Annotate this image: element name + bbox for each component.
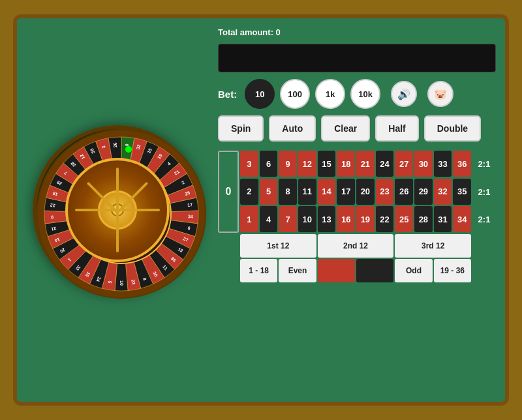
cell-10[interactable]: 10 — [298, 206, 316, 232]
number-row-1: 258111417202326293235 — [240, 179, 471, 205]
betting-table: 0 36912151821242730333625811141720232629… — [218, 151, 496, 282]
cell-20[interactable]: 20 — [356, 179, 375, 205]
dozen-1st[interactable]: 1st 12 — [240, 234, 316, 258]
balance-bar — [218, 44, 496, 72]
wheel-inner — [65, 158, 170, 262]
cell-25[interactable]: 25 — [395, 206, 413, 232]
cell-7[interactable]: 7 — [279, 206, 297, 232]
outside-row: 1 - 18 Even Odd 19 - 36 — [218, 259, 496, 282]
sound-button[interactable]: 🔊 — [391, 81, 417, 107]
left-panel — [26, 27, 209, 393]
main-container: Total amount: 0 Bet: 10 100 1k 10k 🔊 🐷 S… — [13, 14, 509, 406]
half-button[interactable]: Half — [375, 115, 418, 142]
cell-35[interactable]: 35 — [453, 179, 471, 205]
cell-36[interactable]: 36 — [453, 151, 471, 177]
auto-button[interactable]: Auto — [269, 115, 316, 142]
ratio-row1[interactable]: 2:1 — [472, 151, 496, 177]
cell-27[interactable]: 27 — [395, 151, 413, 177]
cell-29[interactable]: 29 — [414, 179, 433, 205]
bet-chip-1k[interactable]: 1k — [315, 79, 345, 109]
cell-2[interactable]: 2 — [240, 179, 258, 205]
dozen-2nd[interactable]: 2nd 12 — [318, 234, 394, 258]
ratio-row3[interactable]: 2:1 — [472, 206, 496, 233]
cell-8[interactable]: 8 — [279, 179, 297, 205]
outside-even[interactable]: Even — [279, 259, 316, 282]
cell-19[interactable]: 19 — [356, 206, 375, 232]
cell-1[interactable]: 1 — [240, 206, 258, 232]
zero-cell[interactable]: 0 — [218, 151, 239, 233]
cell-17[interactable]: 17 — [337, 179, 355, 205]
cell-34[interactable]: 34 — [453, 206, 471, 232]
ball-indicator — [125, 146, 132, 153]
number-row-2: 147101316192225283134 — [240, 206, 471, 233]
spin-button[interactable]: Spin — [218, 115, 264, 142]
cell-18[interactable]: 18 — [337, 151, 355, 177]
cell-14[interactable]: 14 — [318, 179, 336, 205]
roulette-wheel[interactable] — [33, 125, 202, 295]
cell-12[interactable]: 12 — [298, 151, 316, 177]
outside-red[interactable] — [318, 259, 355, 282]
dozens-spacer-left — [218, 234, 239, 258]
cell-5[interactable]: 5 — [260, 179, 278, 205]
table-main-area: 0 36912151821242730333625811141720232629… — [218, 151, 496, 233]
total-label: Total amount: 0 — [218, 27, 496, 37]
cell-3[interactable]: 3 — [240, 151, 258, 177]
bet-row: Bet: 10 100 1k 10k 🔊 🐷 — [218, 79, 496, 109]
cell-23[interactable]: 23 — [376, 179, 394, 205]
outside-black[interactable] — [356, 259, 393, 282]
cell-9[interactable]: 9 — [279, 151, 297, 177]
outside-1-18[interactable]: 1 - 18 — [240, 259, 277, 282]
action-row: Spin Auto Clear Half Double — [218, 115, 496, 142]
number-row-0: 369121518212427303336 — [240, 151, 471, 177]
outside-19-36[interactable]: 19 - 36 — [434, 259, 471, 282]
cell-4[interactable]: 4 — [260, 206, 278, 232]
clear-button[interactable]: Clear — [321, 115, 370, 142]
cell-31[interactable]: 31 — [434, 206, 452, 232]
bet-label: Bet: — [218, 89, 237, 100]
dozens-spacer-right — [472, 234, 496, 258]
dozens-row: 1st 12 2nd 12 3rd 12 — [218, 234, 496, 258]
outside-spacer-right — [472, 259, 496, 282]
bet-chip-10k[interactable]: 10k — [350, 79, 380, 109]
right-panel: Total amount: 0 Bet: 10 100 1k 10k 🔊 🐷 S… — [218, 27, 496, 393]
cell-15[interactable]: 15 — [318, 151, 336, 177]
bet-chip-100[interactable]: 100 — [280, 79, 310, 109]
double-button[interactable]: Double — [424, 115, 481, 142]
piggy-button[interactable]: 🐷 — [427, 81, 453, 107]
cell-32[interactable]: 32 — [434, 179, 452, 205]
cell-21[interactable]: 21 — [356, 151, 375, 177]
cell-16[interactable]: 16 — [337, 206, 355, 232]
cell-30[interactable]: 30 — [414, 151, 433, 177]
cell-33[interactable]: 33 — [434, 151, 452, 177]
ratio-column: 2:1 2:1 2:1 — [472, 151, 496, 233]
ratio-row2[interactable]: 2:1 — [472, 179, 496, 205]
outside-spacer-left — [218, 259, 239, 282]
dozen-3rd[interactable]: 3rd 12 — [395, 234, 471, 258]
cell-13[interactable]: 13 — [318, 206, 336, 232]
cell-11[interactable]: 11 — [298, 179, 316, 205]
bet-chip-10[interactable]: 10 — [245, 79, 275, 109]
number-grid: 3691215182124273033362581114172023262932… — [240, 151, 471, 233]
cell-28[interactable]: 28 — [414, 206, 433, 232]
cell-26[interactable]: 26 — [395, 179, 413, 205]
cell-24[interactable]: 24 — [376, 151, 394, 177]
wheel-outer — [33, 125, 202, 295]
outside-odd[interactable]: Odd — [395, 259, 432, 282]
cell-6[interactable]: 6 — [260, 151, 278, 177]
cell-22[interactable]: 22 — [376, 206, 394, 232]
